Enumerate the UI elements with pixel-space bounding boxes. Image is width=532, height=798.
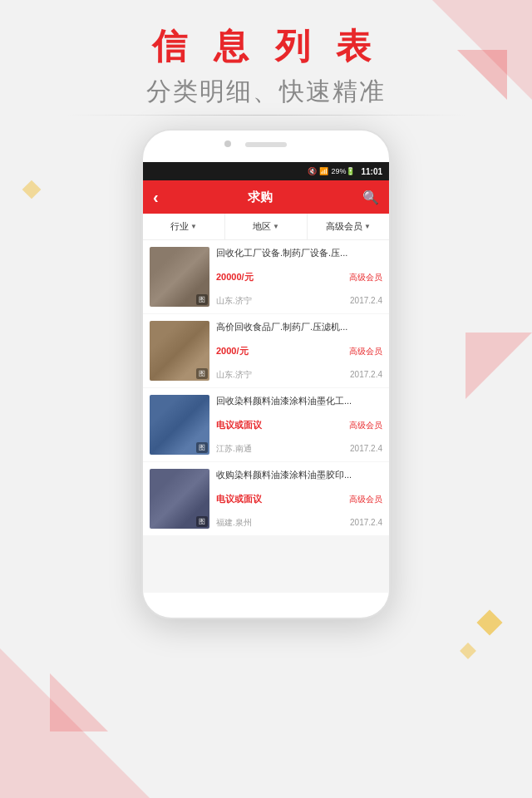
item-image-0: 图 bbox=[150, 247, 209, 307]
filter-vip-label: 高级会员 bbox=[326, 220, 362, 233]
item-badge-3: 高级会员 bbox=[349, 494, 382, 505]
filter-industry-label: 行业 bbox=[170, 220, 189, 233]
filter-industry-arrow: ▼ bbox=[190, 223, 197, 230]
bg-diamond1 bbox=[476, 609, 502, 635]
page-title: 信 息 列 表 bbox=[0, 23, 532, 70]
item-price-2: 电议或面议 bbox=[216, 419, 262, 431]
img-badge-1: 图 bbox=[196, 368, 208, 379]
item-price-0: 20000/元 bbox=[216, 271, 254, 283]
list-container: 图 回收化工厂设备.制药厂设备.压... 20000/元 高级会员 山东.济宁 … bbox=[143, 240, 389, 536]
app-navbar: ‹ 求购 🔍 bbox=[143, 180, 389, 214]
search-button[interactable]: 🔍 bbox=[362, 190, 379, 205]
item-price-3: 电议或面议 bbox=[216, 493, 262, 505]
mute-icon: 🔇 bbox=[308, 167, 317, 175]
filter-region-label: 地区 bbox=[253, 220, 271, 233]
list-item[interactable]: 图 收购染料颜料油漆涂料油墨胶印... 电议或面议 高级会员 福建.泉州 201… bbox=[143, 462, 389, 535]
item-row-meta-0: 山东.济宁 2017.2.4 bbox=[216, 295, 382, 307]
bg-diamond2 bbox=[460, 643, 476, 659]
item-info-1: 高价回收食品厂.制药厂.压滤机... 2000/元 高级会员 山东.济宁 201… bbox=[216, 321, 382, 381]
bg-diamond3 bbox=[22, 180, 42, 200]
signal-icon: 📶 bbox=[319, 167, 328, 175]
item-location-2: 江苏.南通 bbox=[216, 443, 252, 455]
phone-screen: 🔇 📶 29%🔋 11:01 ‹ 求购 🔍 行业 ▼ 地区 bbox=[143, 162, 389, 593]
item-location-0: 山东.济宁 bbox=[216, 295, 252, 307]
filter-region[interactable]: 地区 ▼ bbox=[225, 214, 308, 239]
item-info-2: 回收染料颜料油漆涂料油墨化工... 电议或面议 高级会员 江苏.南通 2017.… bbox=[216, 395, 382, 455]
phone-mockup: 🔇 📶 29%🔋 11:01 ‹ 求购 🔍 行业 ▼ 地区 bbox=[141, 129, 391, 619]
item-info-0: 回收化工厂设备.制药厂设备.压... 20000/元 高级会员 山东.济宁 20… bbox=[216, 247, 382, 307]
status-bar: 🔇 📶 29%🔋 11:01 bbox=[143, 162, 389, 180]
phone-outer: 🔇 📶 29%🔋 11:01 ‹ 求购 🔍 行业 ▼ 地区 bbox=[141, 129, 391, 619]
page-subtitle: 分类明细、快速精准 bbox=[0, 75, 532, 109]
filter-vip-arrow: ▼ bbox=[364, 223, 371, 230]
item-title-3: 收购染料颜料油漆涂料油墨胶印... bbox=[216, 469, 382, 481]
item-row-price-2: 电议或面议 高级会员 bbox=[216, 419, 382, 431]
bg-decoration-bl2 bbox=[50, 673, 108, 732]
item-title-1: 高价回收食品厂.制药厂.压滤机... bbox=[216, 321, 382, 333]
item-date-3: 2017.2.4 bbox=[350, 518, 382, 527]
item-badge-0: 高级会员 bbox=[349, 272, 382, 283]
item-info-3: 收购染料颜料油漆涂料油墨胶印... 电议或面议 高级会员 福建.泉州 2017.… bbox=[216, 469, 382, 529]
item-location-1: 山东.济宁 bbox=[216, 369, 252, 381]
battery-text: 29%🔋 bbox=[331, 167, 355, 175]
item-title-0: 回收化工厂设备.制药厂设备.压... bbox=[216, 247, 382, 259]
phone-camera bbox=[224, 140, 231, 147]
item-row-meta-1: 山东.济宁 2017.2.4 bbox=[216, 369, 382, 381]
item-date-0: 2017.2.4 bbox=[350, 296, 382, 305]
item-location-3: 福建.泉州 bbox=[216, 517, 252, 529]
img-badge-0: 图 bbox=[196, 294, 208, 305]
phone-speaker bbox=[245, 142, 287, 147]
item-price-1: 2000/元 bbox=[216, 345, 249, 357]
filter-vip[interactable]: 高级会员 ▼ bbox=[308, 214, 389, 239]
img-badge-3: 图 bbox=[196, 516, 208, 527]
item-row-price-1: 2000/元 高级会员 bbox=[216, 345, 382, 357]
list-item[interactable]: 图 回收染料颜料油漆涂料油墨化工... 电议或面议 高级会员 江苏.南通 201… bbox=[143, 388, 389, 461]
img-badge-2: 图 bbox=[196, 442, 208, 453]
back-button[interactable]: ‹ bbox=[153, 188, 159, 207]
item-badge-1: 高级会员 bbox=[349, 346, 382, 357]
item-image-1: 图 bbox=[150, 321, 209, 381]
item-badge-2: 高级会员 bbox=[349, 420, 382, 431]
filter-bar: 行业 ▼ 地区 ▼ 高级会员 ▼ bbox=[143, 214, 389, 240]
bg-decoration-rm bbox=[466, 332, 532, 399]
status-icons: 🔇 📶 29%🔋 bbox=[308, 167, 355, 175]
item-date-2: 2017.2.4 bbox=[350, 444, 382, 453]
item-title-2: 回收染料颜料油漆涂料油墨化工... bbox=[216, 395, 382, 407]
list-item[interactable]: 图 回收化工厂设备.制药厂设备.压... 20000/元 高级会员 山东.济宁 … bbox=[143, 240, 389, 313]
item-image-3: 图 bbox=[150, 469, 209, 529]
list-item[interactable]: 图 高价回收食品厂.制药厂.压滤机... 2000/元 高级会员 山东.济宁 2… bbox=[143, 314, 389, 387]
navbar-title: 求购 bbox=[248, 190, 273, 205]
item-row-meta-2: 江苏.南通 2017.2.4 bbox=[216, 443, 382, 455]
item-row-price-0: 20000/元 高级会员 bbox=[216, 271, 382, 283]
item-date-1: 2017.2.4 bbox=[350, 370, 382, 379]
item-row-price-3: 电议或面议 高级会员 bbox=[216, 493, 382, 505]
status-time: 11:01 bbox=[361, 167, 382, 176]
header-divider bbox=[66, 115, 466, 116]
item-row-meta-3: 福建.泉州 2017.2.4 bbox=[216, 517, 382, 529]
filter-industry[interactable]: 行业 ▼ bbox=[143, 214, 225, 239]
filter-region-arrow: ▼ bbox=[273, 223, 279, 230]
item-image-2: 图 bbox=[150, 395, 209, 455]
